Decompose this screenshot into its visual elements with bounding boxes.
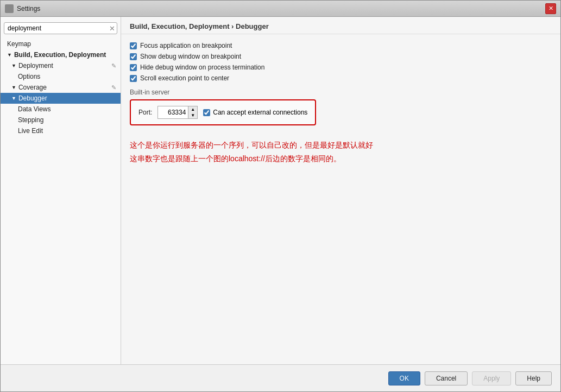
annotation-block: 这个是你运行到服务器的一个序列，可以自己改的，但是最好是默认就好 这串数字也是跟… [130, 138, 552, 166]
edit-icon: ✎ [111, 84, 116, 91]
port-box: Port: ▲ ▼ Can accept external connection… [130, 99, 316, 125]
sidebar: ✕ Keymap ▼ Build, Execution, Deployment … [1, 17, 121, 364]
sidebar-item-label: Debugger [18, 94, 47, 102]
accept-connections-label: Can accept external connections [213, 109, 307, 116]
port-spinners: ▲ ▼ [188, 106, 197, 118]
accept-connections-checkbox[interactable] [203, 109, 210, 116]
settings-window: Settings ✕ ✕ Keymap ▼ Build, Execution, … [0, 0, 561, 392]
sidebar-item-live-edit[interactable]: Live Edit [1, 125, 121, 136]
close-button[interactable]: ✕ [545, 3, 556, 14]
hide-debug-window-label: Hide debug window on process termination [140, 64, 264, 71]
accept-connections-row: Can accept external connections [203, 109, 307, 116]
sidebar-item-deployment[interactable]: ▼ Deployment ✎ [1, 60, 121, 71]
builtin-server-label: Built-in server [130, 88, 552, 96]
arrow-icon: ▼ [11, 96, 16, 101]
annotation-line2: 这串数字也是跟随上一个图的localhost://后边的数字是相同的。 [130, 152, 552, 166]
sidebar-item-label: Data Views [18, 105, 51, 113]
sidebar-item-label: Keymap [7, 40, 31, 48]
checkbox-focus-breakpoint: Focus application on breakpoint [130, 42, 552, 49]
window-title: Settings [17, 5, 545, 12]
arrow-icon: ▼ [11, 85, 16, 90]
sidebar-item-label: Stepping [18, 116, 43, 124]
sidebar-item-options[interactable]: Options [1, 71, 121, 82]
port-input-wrap: ▲ ▼ [157, 106, 198, 119]
focus-breakpoint-label: Focus application on breakpoint [140, 42, 232, 49]
checkbox-show-debug-window: Show debug window on breakpoint [130, 53, 552, 60]
focus-breakpoint-checkbox[interactable] [130, 42, 137, 49]
sidebar-item-label: Live Edit [18, 127, 43, 135]
app-icon [5, 4, 14, 13]
checkbox-hide-debug-window: Hide debug window on process termination [130, 64, 552, 71]
apply-button[interactable]: Apply [472, 371, 511, 385]
arrow-icon: ▼ [7, 52, 12, 58]
bottom-bar: OK Cancel Apply Help [1, 364, 560, 391]
annotation-line2-text: 这串数字也是跟随上一个图的localhost://后边的数字是相同的。 [130, 154, 341, 163]
sidebar-item-debugger[interactable]: ▼ Debugger [1, 93, 121, 104]
main-header: Build, Execution, Deployment › Debugger [121, 17, 560, 34]
arrow-icon: ▼ [11, 63, 16, 68]
sidebar-item-label: Build, Execution, Deployment [14, 51, 106, 59]
checkbox-scroll-execution: Scroll execution point to center [130, 74, 552, 82]
sidebar-item-label: Deployment [18, 62, 53, 69]
edit-icon: ✎ [111, 62, 116, 69]
port-input[interactable] [158, 108, 188, 117]
show-debug-window-checkbox[interactable] [130, 53, 137, 60]
scroll-execution-label: Scroll execution point to center [140, 74, 229, 82]
sidebar-item-data-views[interactable]: Data Views [1, 104, 121, 115]
sidebar-item-label: Options [18, 73, 40, 80]
search-box: ✕ [4, 22, 117, 34]
help-button[interactable]: Help [515, 371, 552, 385]
ok-button[interactable]: OK [388, 371, 420, 385]
scroll-execution-checkbox[interactable] [130, 75, 137, 82]
title-bar: Settings ✕ [1, 1, 560, 17]
port-decrement-button[interactable]: ▼ [188, 112, 197, 118]
main-content: Focus application on breakpoint Show deb… [121, 34, 560, 364]
port-increment-button[interactable]: ▲ [188, 106, 197, 112]
search-clear-icon[interactable]: ✕ [109, 24, 115, 33]
sidebar-item-coverage[interactable]: ▼ Coverage ✎ [1, 82, 121, 93]
sidebar-item-build-execution-deployment[interactable]: ▼ Build, Execution, Deployment [1, 49, 121, 60]
hide-debug-window-checkbox[interactable] [130, 64, 137, 71]
cancel-button[interactable]: Cancel [425, 371, 468, 385]
sidebar-item-label: Coverage [18, 84, 47, 91]
main-panel: Build, Execution, Deployment › Debugger … [121, 17, 560, 364]
content-area: ✕ Keymap ▼ Build, Execution, Deployment … [1, 17, 560, 364]
annotation-line1: 这个是你运行到服务器的一个序列，可以自己改的，但是最好是默认就好 [130, 138, 552, 152]
sidebar-item-stepping[interactable]: Stepping [1, 115, 121, 125]
breadcrumb: Build, Execution, Deployment › Debugger [130, 22, 269, 30]
search-input[interactable] [4, 22, 117, 34]
sidebar-item-keymap[interactable]: Keymap [1, 39, 121, 49]
show-debug-window-label: Show debug window on breakpoint [140, 53, 241, 60]
port-label: Port: [138, 109, 152, 116]
